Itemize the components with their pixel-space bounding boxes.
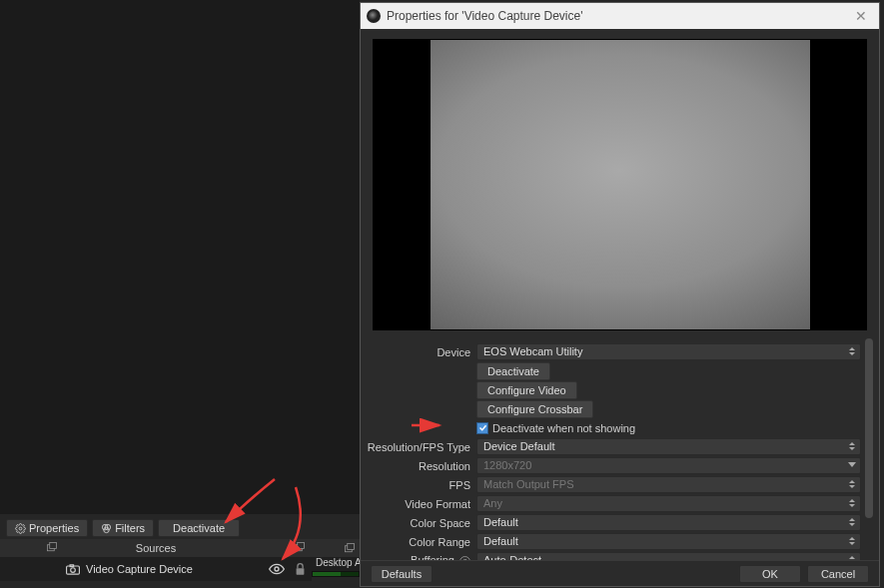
label-video-format: Video Format <box>365 498 476 510</box>
device-deactivate-button[interactable]: Deactivate <box>476 362 550 380</box>
svg-point-9 <box>71 567 76 572</box>
svg-point-11 <box>275 567 279 571</box>
label-color-range: Color Range <box>365 536 476 548</box>
dialog-footer: Defaults OK Cancel <box>361 560 879 586</box>
svg-rect-7 <box>298 543 305 549</box>
sources-panel-title: Sources <box>136 542 176 554</box>
chevron-down-icon <box>848 462 856 467</box>
video-format-select[interactable]: Any <box>476 495 861 512</box>
gear-icon <box>15 523 26 534</box>
updown-icon <box>848 556 856 560</box>
buffering-select[interactable]: Auto-Detect <box>476 552 861 560</box>
svg-rect-14 <box>348 544 355 550</box>
popout-icon[interactable] <box>46 541 58 553</box>
updown-icon <box>848 537 856 545</box>
source-list-item[interactable]: Video Capture Device <box>0 557 312 581</box>
source-toolbar: Properties Filters Deactivate <box>6 519 240 537</box>
check-icon <box>478 423 487 432</box>
properties-button[interactable]: Properties <box>6 519 88 537</box>
sources-panel: Sources Video Capture Device <box>0 539 312 581</box>
filters-button[interactable]: Filters <box>92 519 154 537</box>
label-color-space: Color Space <box>365 517 476 529</box>
color-range-select[interactable]: Default <box>476 533 861 550</box>
properties-dialog: Properties for 'Video Capture Device' ✕ … <box>360 2 880 587</box>
deactivate-when-not-showing-checkbox[interactable] <box>476 422 488 434</box>
ok-button[interactable]: OK <box>739 565 801 583</box>
close-icon[interactable]: ✕ <box>847 8 875 24</box>
checkbox-label: Deactivate when not showing <box>492 422 635 434</box>
lock-icon[interactable] <box>295 563 306 576</box>
properties-button-label: Properties <box>29 522 79 534</box>
res-fps-type-select[interactable]: Device Default <box>476 438 861 455</box>
filters-icon <box>101 523 112 534</box>
updown-icon <box>848 518 856 526</box>
audio-mixer-panel: Desktop Au <box>312 539 360 577</box>
svg-point-0 <box>19 527 22 530</box>
dialog-title: Properties for 'Video Capture Device' <box>387 9 847 23</box>
label-res-fps-type: Resolution/FPS Type <box>365 441 476 453</box>
label-fps: FPS <box>365 479 476 491</box>
scrollbar[interactable] <box>865 338 873 556</box>
popout-icon[interactable] <box>294 541 306 553</box>
updown-icon <box>848 480 856 488</box>
label-device: Device <box>365 346 476 358</box>
fps-select[interactable]: Match Output FPS <box>476 476 861 493</box>
mixer-channel-label: Desktop Au <box>312 557 360 571</box>
sources-panel-header: Sources <box>0 539 312 557</box>
svg-rect-12 <box>297 568 305 575</box>
obs-logo-icon <box>367 9 381 23</box>
video-preview <box>373 39 867 330</box>
updown-icon <box>848 499 856 507</box>
camera-icon <box>66 564 80 575</box>
cancel-button[interactable]: Cancel <box>807 565 869 583</box>
deactivate-button[interactable]: Deactivate <box>158 519 240 537</box>
scene-preview-area <box>0 0 360 514</box>
defaults-button[interactable]: Defaults <box>371 565 433 583</box>
device-value: EOS Webcam Utility <box>483 345 582 357</box>
filters-button-label: Filters <box>115 522 145 534</box>
source-item-label: Video Capture Device <box>86 563 193 575</box>
audio-meter <box>312 571 360 577</box>
svg-rect-5 <box>50 543 57 549</box>
color-space-select[interactable]: Default <box>476 514 861 531</box>
configure-crossbar-button[interactable]: Configure Crossbar <box>476 400 593 418</box>
device-select[interactable]: EOS Webcam Utility <box>476 343 861 360</box>
deactivate-button-label: Deactivate <box>173 522 225 534</box>
resolution-select[interactable]: 1280x720 <box>476 457 861 474</box>
label-buffering: Buffering ? <box>365 554 476 560</box>
eye-icon[interactable] <box>269 563 285 575</box>
help-icon[interactable]: ? <box>459 556 470 560</box>
dialog-titlebar[interactable]: Properties for 'Video Capture Device' ✕ <box>361 3 879 29</box>
scroll-thumb[interactable] <box>865 338 873 518</box>
properties-form: Device EOS Webcam Utility Deactivate Con… <box>361 338 879 560</box>
camera-feed <box>431 40 810 329</box>
configure-video-button[interactable]: Configure Video <box>476 381 577 399</box>
popout-icon[interactable] <box>344 542 356 554</box>
updown-icon <box>848 442 856 450</box>
updown-icon <box>848 347 856 355</box>
label-resolution: Resolution <box>365 460 476 472</box>
